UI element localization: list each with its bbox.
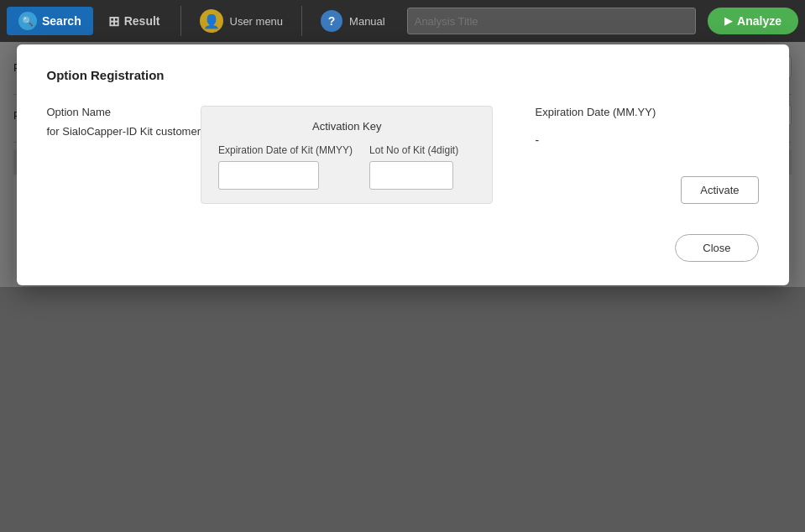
activate-label: Activate [700, 184, 739, 196]
exp-date-value: - [535, 133, 656, 147]
key-fields: Expiration Date of Kit (MMYY) Lot No of … [218, 144, 475, 190]
lot-no-kit-label: Lot No of Kit (4digit) [369, 144, 458, 156]
exp-date-label: Expiration Date (MM.YY) [535, 106, 656, 118]
user-menu-button[interactable]: 👤 User menu [190, 4, 294, 38]
nav-separator-2 [301, 6, 302, 36]
analysis-title-input[interactable] [407, 8, 696, 34]
main-content-area: Peak List File : 📁 Open 🕐 History Parame… [0, 42, 805, 287]
activation-key-section: Activation Key Expiration Date of Kit (M… [201, 106, 493, 204]
close-label: Close [703, 242, 730, 254]
close-button[interactable]: Close [675, 234, 758, 262]
search-label: Search [42, 14, 81, 28]
manual-label: Manual [349, 15, 385, 28]
activate-button[interactable]: Activate [681, 176, 758, 204]
result-icon: ⊞ [108, 13, 119, 29]
analyze-button[interactable]: Analyze [708, 8, 798, 34]
option-name-value: for SialoCapper-ID Kit customer [47, 125, 201, 138]
modal-body: Option Name for SialoCapper-ID Kit custo… [47, 106, 759, 204]
user-icon: 👤 [200, 9, 223, 33]
search-icon: 🔍 [18, 12, 37, 30]
option-name-section: Option Name for SialoCapper-ID Kit custo… [47, 106, 201, 138]
result-tab-button[interactable]: ⊞ Result [97, 8, 172, 34]
activation-key-title: Activation Key [218, 120, 475, 133]
modal-footer: Close [47, 234, 759, 262]
manual-button[interactable]: ? Manual [311, 5, 395, 37]
result-label: Result [124, 14, 160, 28]
lot-no-field: Lot No of Kit (4digit) [369, 144, 458, 190]
expiration-date-kit-input[interactable] [218, 161, 319, 190]
top-navigation-bar: 🔍 Search ⊞ Result 👤 User menu ? Manual A… [0, 0, 805, 42]
expiration-date-kit-label: Expiration Date of Kit (MMYY) [218, 144, 353, 156]
modal-title: Option Registration [47, 68, 759, 82]
expiration-date-display-section: Expiration Date (MM.YY) - [518, 106, 672, 147]
option-registration-modal: Option Registration Option Name for Sial… [17, 44, 789, 285]
analyze-label: Analyze [737, 14, 781, 28]
option-name-label: Option Name [47, 106, 201, 118]
nav-separator-1 [180, 6, 181, 36]
modal-overlay: Option Registration Option Name for Sial… [0, 42, 805, 287]
expiration-date-field: Expiration Date of Kit (MMYY) [218, 144, 353, 190]
user-menu-label: User menu [230, 15, 284, 28]
manual-icon: ? [321, 10, 342, 32]
search-tab-button[interactable]: 🔍 Search [7, 7, 93, 35]
lot-no-kit-input[interactable] [369, 161, 453, 190]
